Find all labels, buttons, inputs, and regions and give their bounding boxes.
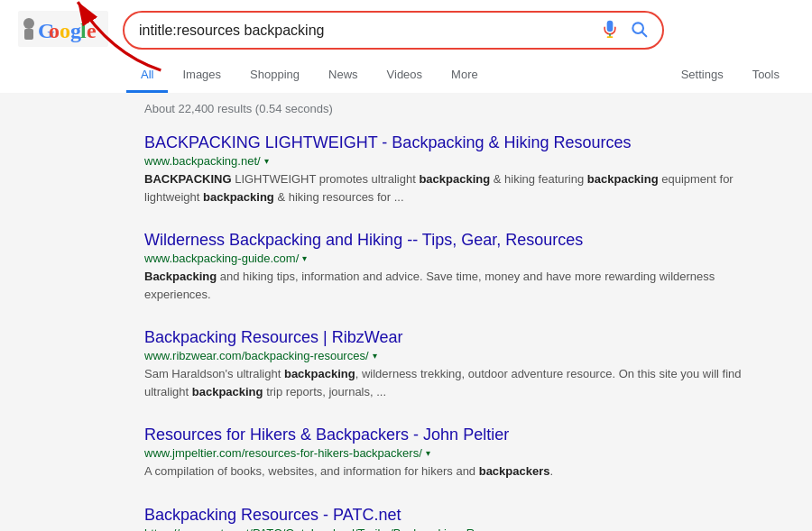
result-item: Backpacking Resources | RibzWear www.rib… [144, 328, 794, 400]
result-title[interactable]: Wilderness Backpacking and Hiking -- Tip… [144, 231, 794, 250]
header: G o o g l e [0, 0, 812, 93]
result-url-dropdown-icon[interactable]: ▾ [554, 528, 558, 532]
svg-rect-2 [24, 29, 33, 40]
result-url-line: www.ribzwear.com/backpacking-resources/ … [144, 349, 794, 362]
result-title[interactable]: Backpacking Resources | RibzWear [144, 328, 794, 347]
result-url: www.jmpeltier.com/resources-for-hikers-b… [144, 446, 422, 460]
result-title[interactable]: Backpacking Resources - PATC.net [144, 506, 794, 525]
result-snippet: Sam Haraldson's ultralight backpacking, … [144, 365, 758, 400]
logo-area: G o o g l e [18, 11, 108, 50]
tab-images[interactable]: Images [168, 59, 235, 93]
results-area: About 22,400 results (0.54 seconds) BACK… [0, 93, 812, 531]
result-url-dropdown-icon[interactable]: ▾ [302, 253, 307, 263]
tab-all[interactable]: All [126, 59, 168, 93]
result-url-dropdown-icon[interactable]: ▾ [426, 448, 430, 458]
header-top: G o o g l e [18, 11, 794, 50]
result-snippet: BACKPACKING LIGHTWEIGHT promotes ultrali… [144, 170, 758, 206]
search-icons [601, 20, 648, 41]
tab-videos[interactable]: Videos [373, 59, 438, 93]
result-title[interactable]: Resources for Hikers & Backpackers - Joh… [144, 426, 794, 444]
nav-tabs: All Images Shopping News Videos More Set… [126, 59, 794, 93]
result-url-line: https://www.patc.net/PATC/Get_Involved/T… [144, 526, 794, 532]
svg-text:o: o [60, 19, 70, 42]
svg-line-12 [642, 32, 647, 37]
nav-row-wrapper: All Images Shopping News Videos More Set… [18, 59, 794, 93]
tab-more[interactable]: More [437, 59, 493, 93]
svg-text:l: l [80, 19, 87, 42]
result-url-line: www.backpacking-guide.com/ ▾ [144, 252, 794, 265]
result-item: BACKPACKING LIGHTWEIGHT - Backpacking & … [144, 133, 794, 206]
result-item: Resources for Hikers & Backpackers - Joh… [144, 426, 794, 481]
tab-settings[interactable]: Settings [667, 59, 738, 93]
tab-tools[interactable]: Tools [738, 59, 794, 93]
result-item: Wilderness Backpacking and Hiking -- Tip… [144, 231, 794, 303]
svg-text:o: o [49, 19, 60, 42]
tab-news[interactable]: News [314, 59, 373, 93]
result-url: www.ribzwear.com/backpacking-resources/ [144, 349, 369, 362]
tab-shopping[interactable]: Shopping [235, 59, 314, 93]
result-url-dropdown-icon[interactable]: ▾ [264, 156, 269, 166]
result-url-line: www.backpacking.net/ ▾ [144, 154, 794, 168]
result-url-line: www.jmpeltier.com/resources-for-hikers-b… [144, 446, 794, 460]
google-logo: G o o g l e [18, 11, 108, 47]
result-url: www.backpacking-guide.com/ [144, 252, 299, 265]
result-item: Backpacking Resources - PATC.net https:/… [144, 506, 794, 532]
search-bar [123, 11, 664, 50]
search-input[interactable] [139, 23, 594, 39]
svg-text:e: e [87, 19, 97, 42]
search-button-icon[interactable] [630, 20, 648, 41]
microphone-icon[interactable] [601, 20, 619, 41]
result-title[interactable]: BACKPACKING LIGHTWEIGHT - Backpacking & … [144, 133, 794, 152]
result-url: https://www.patc.net/PATC/Get_Involved/T… [144, 526, 550, 532]
svg-point-1 [23, 18, 34, 29]
result-url-dropdown-icon[interactable]: ▾ [373, 351, 377, 361]
search-bar-wrapper [123, 11, 794, 50]
result-snippet: Backpacking and hiking tips, information… [144, 268, 758, 303]
results-count: About 22,400 results (0.54 seconds) [144, 102, 794, 115]
result-url: www.backpacking.net/ [144, 154, 261, 168]
result-snippet: A compilation of books, websites, and in… [144, 462, 758, 481]
